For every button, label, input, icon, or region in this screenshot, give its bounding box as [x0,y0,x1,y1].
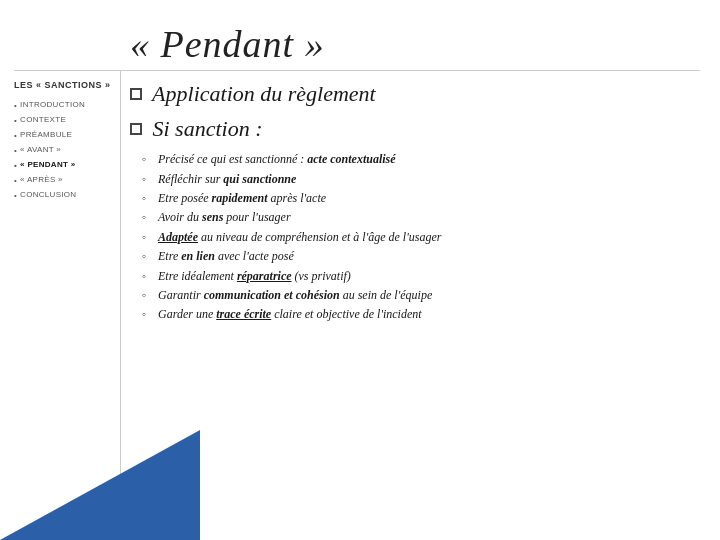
sidebar-label: « APRÈS » [20,175,63,184]
heading-sanction: Si sanction : [130,115,700,144]
bullet-icon: • [14,101,17,110]
page: « Pendant » LES « SANCTIONS » • INTRODUC… [0,0,720,540]
list-item: Etre idéalement réparatrice (vs privatif… [158,268,700,285]
main-content: Application du règlement Si sanction : P… [130,80,700,326]
bullet-icon: • [14,176,17,185]
bullet-list: Précisé ce qui est sanctionné : acte con… [158,151,700,324]
list-item: Réfléchir sur qui sanctionne [158,171,700,188]
sidebar-item-conclusion[interactable]: • CONCLUSION [14,190,124,200]
list-item: Etre posée rapidement après l'acte [158,190,700,207]
list-item: Adaptée au niveau de compréhension et à … [158,229,700,246]
sidebar-label: « AVANT » [20,145,61,154]
top-divider [14,70,700,71]
sidebar-item-introduction[interactable]: • INTRODUCTION [14,100,124,110]
list-item: Précisé ce qui est sanctionné : acte con… [158,151,700,168]
sidebar: LES « SANCTIONS » • INTRODUCTION • CONTE… [14,80,124,205]
sidebar-label: CONCLUSION [20,190,76,199]
sidebar-label: CONTEXTE [20,115,66,124]
bottom-triangle-decoration [0,430,200,540]
list-item: Avoir du sens pour l'usager [158,209,700,226]
bullet-icon: • [14,116,17,125]
sidebar-item-pendant[interactable]: • « PENDANT » [14,160,124,170]
list-item: Etre en lien avec l'acte posé [158,248,700,265]
sidebar-header: LES « SANCTIONS » [14,80,124,90]
sidebar-item-apres[interactable]: • « APRÈS » [14,175,124,185]
heading-application: Application du règlement [130,80,700,109]
checkbox-icon-2 [130,123,142,135]
bullet-icon: • [14,191,17,200]
bullet-icon: • [14,146,17,155]
sidebar-item-preambule[interactable]: • PRÉAMBULE [14,130,124,140]
list-item: Garantir communication et cohésion au se… [158,287,700,304]
sidebar-item-contexte[interactable]: • CONTEXTE [14,115,124,125]
page-title: « Pendant » [130,22,325,66]
sidebar-label: « PENDANT » [20,160,75,169]
bullet-icon: • [14,161,17,170]
sidebar-label: PRÉAMBULE [20,130,72,139]
sidebar-item-avant[interactable]: • « AVANT » [14,145,124,155]
bullet-icon: • [14,131,17,140]
list-item: Garder une trace écrite claire et object… [158,306,700,323]
checkbox-icon [130,88,142,100]
sidebar-label: INTRODUCTION [20,100,85,109]
